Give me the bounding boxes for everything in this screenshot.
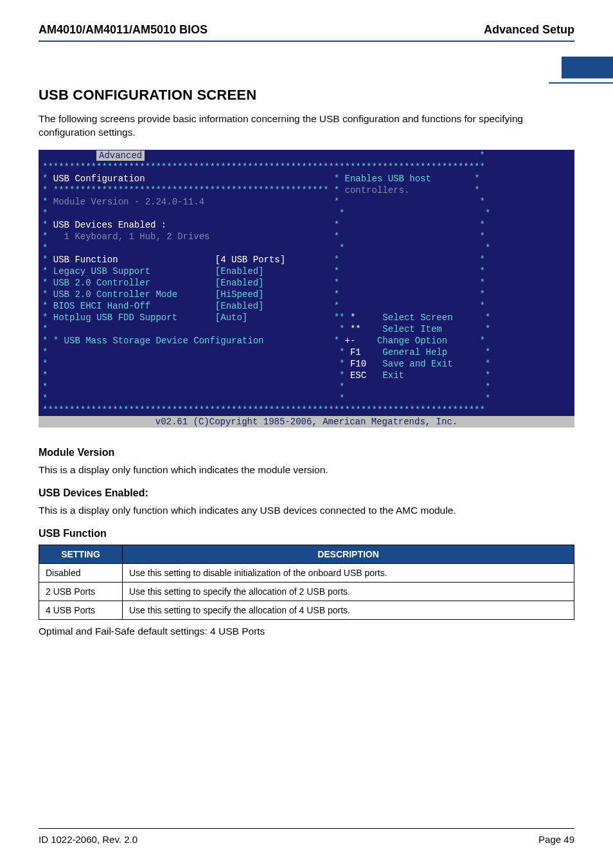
setting-cell: 2 USB Ports xyxy=(39,582,123,601)
table-row: DisabledUse this setting to disable init… xyxy=(39,563,574,582)
footer-right: Page 49 xyxy=(538,834,574,845)
intro-paragraph: The following screens provide basic info… xyxy=(39,113,574,140)
description-cell: Use this setting to specify the allocati… xyxy=(123,582,574,601)
page-header: AM4010/AM4011/AM5010 BIOS Advanced Setup xyxy=(39,23,574,42)
usb-function-heading: USB Function xyxy=(39,528,574,539)
usb-function-table: SETTING DESCRIPTION DisabledUse this set… xyxy=(39,545,574,620)
table-row: 2 USB PortsUse this setting to specify t… xyxy=(39,582,574,601)
bios-screenshot: Advanced *******************************… xyxy=(39,150,574,428)
col-setting: SETTING xyxy=(39,545,123,563)
page-footer: ID 1022-2060, Rev. 2.0 Page 49 xyxy=(39,828,574,845)
description-cell: Use this setting to specify the allocati… xyxy=(123,601,574,619)
defaults-note: Optimal and Fail-Safe default settings: … xyxy=(39,625,574,638)
section-title: USB CONFIGURATION SCREEN xyxy=(39,87,574,104)
usb-devices-enabled-heading: USB Devices Enabled: xyxy=(39,487,574,499)
setting-cell: 4 USB Ports xyxy=(39,601,123,619)
usb-devices-enabled-text: This is a display only function which in… xyxy=(39,504,574,518)
header-right: Advanced Setup xyxy=(484,23,574,37)
header-left: AM4010/AM4011/AM5010 BIOS xyxy=(39,23,208,37)
col-description: DESCRIPTION xyxy=(123,545,574,563)
setting-cell: Disabled xyxy=(39,563,123,582)
table-row: 4 USB PortsUse this setting to specify t… xyxy=(39,601,574,619)
description-cell: Use this setting to disable initializati… xyxy=(123,563,574,582)
module-version-text: This is a display only function which in… xyxy=(39,464,574,477)
footer-left: ID 1022-2060, Rev. 2.0 xyxy=(39,834,138,845)
corner-decoration xyxy=(542,57,613,102)
module-version-heading: Module Version xyxy=(39,447,574,458)
